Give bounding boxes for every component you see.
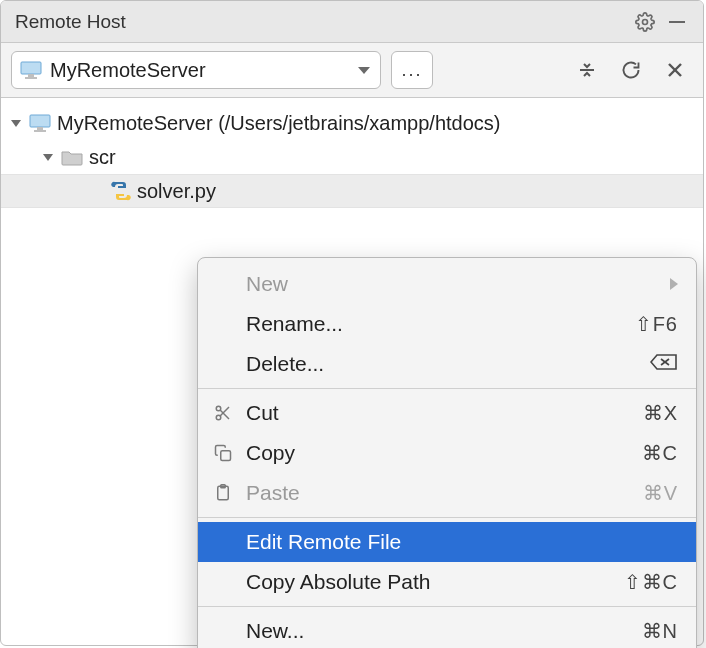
menu-label: Paste bbox=[246, 481, 300, 505]
menu-label: Delete... bbox=[246, 352, 324, 376]
menu-separator bbox=[198, 517, 696, 518]
menu-label: Copy Absolute Path bbox=[246, 570, 430, 594]
menu-copy-absolute-path[interactable]: Copy Absolute Path ⇧⌘C bbox=[198, 562, 696, 602]
menu-shortcut: ⇧⌘C bbox=[624, 570, 678, 594]
menu-shortcut: ⌘V bbox=[643, 481, 678, 505]
svg-rect-2 bbox=[28, 74, 34, 77]
menu-copy[interactable]: Copy ⌘C bbox=[198, 433, 696, 473]
panel-title: Remote Host bbox=[15, 11, 629, 33]
menu-paste[interactable]: Paste ⌘V bbox=[198, 473, 696, 513]
collapse-icon[interactable] bbox=[573, 56, 601, 84]
svg-rect-9 bbox=[34, 130, 46, 132]
menu-shortcut: ⌘C bbox=[642, 441, 678, 465]
folder-icon bbox=[61, 148, 83, 166]
server-dropdown[interactable]: MyRemoteServer bbox=[11, 51, 381, 89]
menu-shortcut: ⌘N bbox=[642, 619, 678, 643]
svg-rect-8 bbox=[37, 127, 43, 130]
scissors-icon bbox=[210, 404, 236, 422]
menu-separator bbox=[198, 388, 696, 389]
svg-rect-3 bbox=[25, 77, 37, 79]
menu-delete[interactable]: Delete... bbox=[198, 344, 696, 384]
menu-label: New... bbox=[246, 619, 304, 643]
chevron-right-icon bbox=[670, 278, 678, 290]
copy-icon bbox=[210, 444, 236, 462]
menu-rename[interactable]: Rename... ⇧F6 bbox=[198, 304, 696, 344]
menu-label: Copy bbox=[246, 441, 295, 465]
panel-titlebar: Remote Host bbox=[1, 1, 703, 43]
tree-file-label: solver.py bbox=[137, 180, 216, 203]
menu-separator bbox=[198, 606, 696, 607]
menu-shortcut: ⇧F6 bbox=[635, 312, 678, 336]
svg-rect-16 bbox=[221, 451, 231, 461]
svg-rect-1 bbox=[21, 62, 41, 74]
menu-label: New bbox=[246, 272, 288, 296]
python-file-icon bbox=[111, 181, 131, 201]
menu-label: Cut bbox=[246, 401, 279, 425]
chevron-down-icon[interactable] bbox=[41, 150, 55, 164]
gear-icon[interactable] bbox=[629, 6, 661, 38]
ellipsis-icon: ... bbox=[401, 60, 422, 81]
menu-new-file[interactable]: New... ⌘N bbox=[198, 611, 696, 648]
panel-toolbar: MyRemoteServer ... bbox=[1, 43, 703, 98]
tree-folder-label: scr bbox=[89, 146, 116, 169]
refresh-icon[interactable] bbox=[617, 56, 645, 84]
delete-key-icon bbox=[650, 353, 678, 376]
chevron-down-icon[interactable] bbox=[9, 116, 23, 130]
server-dropdown-label: MyRemoteServer bbox=[50, 59, 350, 82]
svg-point-12 bbox=[216, 406, 221, 411]
file-tree: MyRemoteServer (/Users/jetbrains/xampp/h… bbox=[1, 98, 703, 208]
svg-rect-7 bbox=[30, 115, 50, 127]
menu-label: Rename... bbox=[246, 312, 343, 336]
tree-file[interactable]: solver.py bbox=[1, 174, 703, 208]
browse-button[interactable]: ... bbox=[391, 51, 433, 89]
close-icon[interactable] bbox=[661, 56, 689, 84]
svg-point-0 bbox=[643, 19, 648, 24]
menu-label: Edit Remote File bbox=[246, 530, 401, 554]
menu-shortcut: ⌘X bbox=[643, 401, 678, 425]
svg-point-13 bbox=[216, 415, 221, 420]
menu-edit-remote-file[interactable]: Edit Remote File bbox=[198, 522, 696, 562]
clipboard-icon bbox=[210, 484, 236, 502]
tree-root[interactable]: MyRemoteServer (/Users/jetbrains/xampp/h… bbox=[1, 106, 703, 140]
context-menu: New Rename... ⇧F6 Delete... bbox=[197, 257, 697, 648]
tree-folder[interactable]: scr bbox=[1, 140, 703, 174]
toolbar-actions bbox=[573, 56, 693, 84]
server-icon bbox=[20, 61, 42, 79]
server-icon bbox=[29, 114, 51, 132]
remote-host-panel: Remote Host MyRemoteServer ... bbox=[0, 0, 704, 646]
menu-new[interactable]: New bbox=[198, 264, 696, 304]
minimize-icon[interactable] bbox=[661, 6, 693, 38]
menu-cut[interactable]: Cut ⌘X bbox=[198, 393, 696, 433]
tree-root-label: MyRemoteServer (/Users/jetbrains/xampp/h… bbox=[57, 112, 500, 135]
chevron-down-icon bbox=[358, 67, 370, 74]
